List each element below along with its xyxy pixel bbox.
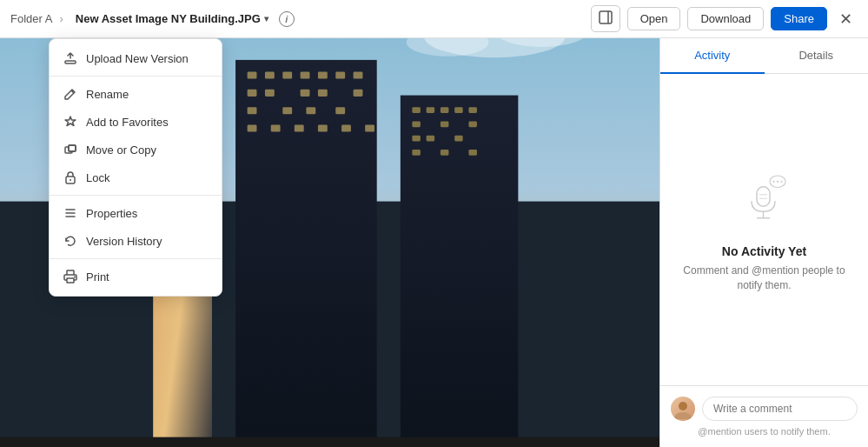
breadcrumb-arrow: › bbox=[59, 12, 63, 25]
svg-rect-40 bbox=[318, 124, 328, 131]
pencil-icon bbox=[63, 87, 77, 101]
comment-hint: @mention users to notify them. bbox=[671, 426, 858, 437]
svg-rect-58 bbox=[0, 437, 659, 447]
panel-content-activity: No Activity Yet Comment and @mention peo… bbox=[660, 74, 868, 385]
svg-rect-83 bbox=[67, 270, 74, 275]
no-activity-desc: Comment and @mention people to notify th… bbox=[678, 264, 851, 293]
history-icon bbox=[63, 234, 77, 248]
no-activity-title: No Activity Yet bbox=[722, 244, 806, 258]
tab-activity[interactable]: Activity bbox=[660, 38, 765, 74]
upload-icon bbox=[63, 51, 77, 65]
comment-input-row bbox=[671, 397, 858, 421]
svg-rect-26 bbox=[335, 71, 345, 78]
svg-rect-46 bbox=[441, 107, 448, 113]
chevron-down-icon: ▾ bbox=[264, 14, 268, 23]
svg-rect-39 bbox=[295, 124, 304, 131]
menu-divider-3 bbox=[50, 258, 222, 259]
svg-rect-23 bbox=[282, 71, 292, 78]
menu-item-add-to-favorites[interactable]: Add to Favorites bbox=[50, 108, 222, 136]
svg-point-65 bbox=[772, 181, 774, 183]
breadcrumb-folder[interactable]: Folder A bbox=[10, 12, 52, 25]
menu-item-rename[interactable]: Rename bbox=[50, 80, 222, 108]
svg-rect-35 bbox=[306, 107, 315, 114]
avatar bbox=[671, 397, 695, 421]
svg-rect-76 bbox=[69, 145, 76, 151]
toggle-panel-button[interactable] bbox=[591, 5, 620, 32]
svg-rect-50 bbox=[441, 121, 448, 127]
open-button[interactable]: Open bbox=[627, 7, 681, 30]
dropdown-menu: Upload New Version Rename Add to Favorit… bbox=[49, 38, 222, 297]
panel-toggle-icon bbox=[599, 10, 613, 24]
header-actions: Open Download Share ✕ bbox=[591, 5, 858, 32]
menu-item-properties[interactable]: Properties bbox=[50, 199, 222, 227]
svg-rect-32 bbox=[354, 90, 363, 97]
svg-rect-74 bbox=[65, 61, 76, 63]
move-icon bbox=[63, 143, 77, 157]
svg-rect-21 bbox=[248, 71, 257, 78]
svg-rect-41 bbox=[341, 124, 351, 131]
svg-point-67 bbox=[780, 181, 782, 183]
close-button[interactable]: ✕ bbox=[834, 6, 858, 32]
svg-rect-20 bbox=[235, 60, 377, 447]
tab-details[interactable]: Details bbox=[765, 38, 869, 74]
svg-rect-48 bbox=[468, 107, 476, 113]
svg-rect-53 bbox=[427, 136, 434, 142]
breadcrumb-area: Folder A › New Asset Image NY Building.J… bbox=[10, 10, 295, 28]
svg-rect-44 bbox=[412, 107, 420, 113]
header: Folder A › New Asset Image NY Building.J… bbox=[0, 0, 868, 38]
list-icon bbox=[63, 206, 77, 220]
svg-rect-31 bbox=[318, 90, 328, 97]
menu-item-print[interactable]: Print bbox=[50, 263, 222, 290]
svg-rect-68 bbox=[757, 187, 770, 207]
no-activity-icon bbox=[739, 166, 791, 230]
svg-rect-37 bbox=[248, 124, 257, 131]
svg-point-85 bbox=[74, 277, 76, 278]
comment-area: @mention users to notify them. bbox=[660, 385, 868, 447]
menu-divider-2 bbox=[50, 195, 222, 196]
comment-input[interactable] bbox=[702, 397, 858, 421]
menu-item-move-or-copy[interactable]: Move or Copy bbox=[50, 136, 222, 163]
svg-rect-51 bbox=[468, 121, 476, 127]
svg-rect-43 bbox=[401, 96, 519, 447]
svg-rect-27 bbox=[354, 71, 363, 78]
svg-rect-42 bbox=[365, 124, 374, 131]
svg-rect-45 bbox=[427, 107, 434, 113]
svg-rect-24 bbox=[301, 71, 310, 78]
print-icon bbox=[63, 270, 77, 284]
svg-rect-84 bbox=[67, 278, 74, 283]
star-icon bbox=[63, 115, 77, 129]
menu-item-version-history[interactable]: Version History bbox=[50, 227, 222, 255]
file-name-label: New Asset Image NY Building.JPG bbox=[76, 12, 261, 25]
svg-rect-33 bbox=[248, 107, 257, 114]
svg-rect-56 bbox=[441, 150, 448, 156]
menu-item-upload-new-version[interactable]: Upload New Version bbox=[50, 44, 222, 72]
menu-divider-1 bbox=[50, 76, 222, 77]
svg-rect-29 bbox=[265, 90, 275, 97]
download-button[interactable]: Download bbox=[687, 7, 764, 30]
svg-rect-54 bbox=[454, 136, 462, 142]
menu-item-lock[interactable]: Lock bbox=[50, 163, 222, 191]
svg-rect-30 bbox=[301, 90, 310, 97]
info-icon[interactable]: i bbox=[279, 11, 295, 27]
lock-icon bbox=[63, 170, 77, 184]
svg-rect-0 bbox=[600, 11, 612, 23]
svg-rect-49 bbox=[412, 121, 420, 127]
svg-rect-22 bbox=[265, 71, 275, 78]
svg-rect-38 bbox=[271, 124, 281, 131]
svg-rect-47 bbox=[454, 107, 462, 113]
svg-rect-52 bbox=[412, 136, 420, 142]
breadcrumb-current-file[interactable]: New Asset Image NY Building.JPG ▾ bbox=[70, 10, 274, 28]
svg-rect-34 bbox=[282, 107, 292, 114]
svg-point-79 bbox=[70, 179, 71, 181]
svg-rect-28 bbox=[248, 90, 257, 97]
share-button[interactable]: Share bbox=[771, 7, 827, 30]
svg-rect-55 bbox=[412, 150, 420, 156]
panel-tabs: Activity Details bbox=[660, 38, 868, 74]
svg-point-66 bbox=[776, 181, 778, 183]
right-panel: Activity Details bbox=[659, 38, 868, 447]
svg-rect-25 bbox=[318, 71, 328, 78]
svg-rect-36 bbox=[335, 107, 345, 114]
svg-point-73 bbox=[679, 402, 687, 410]
svg-rect-57 bbox=[468, 150, 476, 156]
